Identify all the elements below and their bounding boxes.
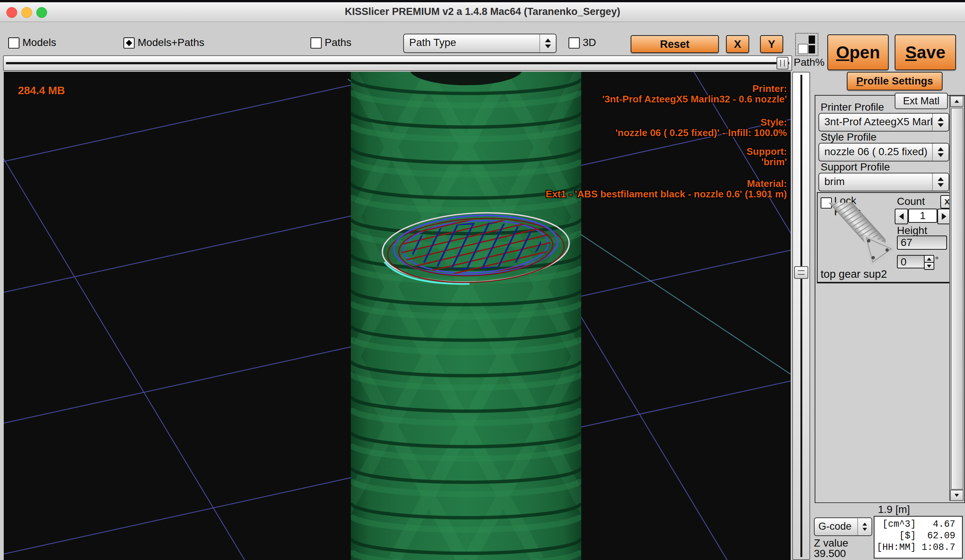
style-profile-stepper[interactable] (932, 144, 949, 161)
printer-profile-label: Printer Profile (821, 102, 884, 113)
models-label[interactable]: Models (23, 37, 56, 48)
path-percent-label: Path% (794, 57, 825, 68)
down-arrow-icon (862, 528, 867, 531)
stats-cost: [$] 62.09 (877, 530, 960, 542)
open-button-initial: O (836, 42, 849, 62)
x-axis-button[interactable]: X (726, 35, 749, 53)
3d-checkbox[interactable] (569, 38, 580, 49)
printer-profile-value: 3nt-Prof AzteegX5 Marli (819, 114, 932, 131)
down-arrow-icon (938, 123, 944, 127)
slider-track-line (6, 62, 789, 64)
path-type-select[interactable]: Path Type (403, 34, 556, 53)
print-stats-box: [cm^3] 4.67 [$] 62.09 [HH:MM] 1:08.7 (874, 516, 963, 558)
hud-style-value: 'nozzle 06 ( 0.25 fixed)' - Infill: 100.… (615, 127, 787, 139)
printer-profile-stepper[interactable] (932, 114, 949, 131)
profile-settings-rest: rofile Settings (863, 75, 933, 87)
zoom-window-icon[interactable] (36, 7, 47, 18)
path-type-stepper[interactable] (539, 34, 556, 52)
up-arrow-icon (938, 147, 944, 151)
style-profile-select[interactable]: nozzle 06 ( 0.25 fixed) (818, 143, 949, 162)
height-field[interactable]: 67 (897, 235, 947, 250)
3d-scene (4, 72, 791, 560)
hud-printer-label: Printer: (752, 83, 787, 95)
panel-scroll-thumb[interactable] (951, 108, 963, 490)
down-arrow-icon (545, 44, 551, 48)
filament-length-label: 1.9 [m] (857, 504, 931, 515)
path-percent-slider-handle[interactable] (777, 57, 788, 70)
path-percent-toggle[interactable] (795, 33, 818, 56)
y-axis-button[interactable]: Y (760, 35, 783, 53)
models-checkbox[interactable] (8, 38, 20, 49)
checked-mark-icon (126, 40, 132, 46)
support-profile-stepper[interactable] (932, 173, 949, 191)
path-percent-white-swatch (798, 44, 808, 54)
hud-material-value: Ext1 - 'ABS bestfilament black - nozzle … (546, 188, 787, 200)
up-arrow-icon (927, 258, 931, 261)
close-window-icon[interactable] (7, 7, 17, 18)
save-button-initial: S (905, 42, 917, 62)
open-button[interactable]: Open (828, 34, 889, 70)
gcode-select[interactable]: G-code (814, 518, 872, 536)
paths-label[interactable]: Paths (325, 37, 352, 48)
panel-scrollbar[interactable] (949, 96, 963, 501)
path-percent-slider[interactable] (3, 56, 792, 71)
up-arrow-icon (938, 177, 944, 181)
profile-settings-initial: P (856, 75, 863, 87)
angle-decrement-button[interactable] (924, 262, 934, 270)
path-type-value: Path Type (404, 34, 539, 52)
stats-volume: [cm^3] 4.67 (877, 519, 960, 530)
up-arrow-icon (862, 522, 867, 526)
gcode-stepper[interactable] (857, 518, 872, 536)
kisslicer-window: KISSlicer PREMIUM v2 a 1.4.8 Mac64 (Tara… (0, 0, 965, 560)
profile-settings-button[interactable]: Profile Settings (847, 72, 942, 90)
up-arrow-icon (955, 100, 959, 103)
down-arrow-icon (938, 183, 944, 187)
save-button-rest: ave (917, 42, 945, 62)
z-slider-handle[interactable] (794, 266, 808, 279)
rotation-angle-field[interactable]: 0 (897, 255, 925, 268)
count-decrement-button[interactable] (895, 209, 908, 224)
hud-support-value: 'brim' (761, 156, 787, 168)
memory-usage-label: 284.4 MB (18, 85, 65, 97)
angle-increment-button[interactable] (924, 255, 934, 263)
titlebar: KISSlicer PREMIUM v2 a 1.4.8 Mac64 (Tara… (0, 2, 965, 22)
minimize-window-icon[interactable] (21, 7, 32, 18)
z-slider[interactable] (792, 72, 810, 560)
down-arrow-icon (927, 264, 931, 268)
slider-grip-icon (798, 270, 805, 275)
3d-viewport[interactable]: 284.4 MB Printer: '3nt-Prof AzteegX5 Mar… (4, 72, 791, 560)
degree-symbol: ° (935, 254, 939, 265)
reset-button[interactable]: Reset (631, 35, 719, 53)
hud-printer-value: '3nt-Prof AzteegX5 Marlin32 - 0.6 nozzle… (602, 93, 787, 105)
gcode-value: G-code (815, 518, 857, 536)
down-arrow-icon (938, 153, 944, 157)
save-button[interactable]: Save (895, 34, 956, 70)
hud-support-label: Support: (747, 146, 787, 157)
support-profile-value: brim (819, 173, 932, 191)
hud-material-label: Material: (747, 178, 787, 189)
z-value: 39.500 (814, 548, 846, 559)
3d-label[interactable]: 3D (583, 37, 596, 48)
style-profile-value: nozzle 06 ( 0.25 fixed) (819, 144, 932, 161)
up-arrow-icon (545, 39, 551, 42)
support-profile-label: Support Profile (821, 162, 890, 173)
window-title: KISSlicer PREMIUM v2 a 1.4.8 Mac64 (Tara… (0, 2, 965, 21)
support-profile-select[interactable]: brim (818, 173, 949, 191)
style-profile-label: Style Profile (821, 132, 877, 143)
height-label: Height (897, 225, 927, 236)
scroll-down-button[interactable] (950, 490, 963, 501)
models-paths-label[interactable]: Models+Paths (137, 37, 204, 48)
z-value-label: Z value (814, 537, 848, 549)
slider-track-line (800, 75, 802, 557)
path-percent-black-swatch (809, 45, 815, 54)
ext-matl-button[interactable]: Ext Matl (895, 93, 948, 109)
scroll-up-button[interactable] (950, 96, 963, 107)
hud-style-label: Style: (761, 117, 787, 128)
count-increment-button[interactable] (937, 209, 951, 224)
stats-time: [HH:MM] 1:08.7 (877, 542, 960, 553)
models-paths-checkbox[interactable] (123, 38, 135, 49)
open-button-rest: pen (849, 42, 880, 62)
printer-profile-select[interactable]: 3nt-Prof AzteegX5 Marli (818, 113, 949, 132)
paths-checkbox[interactable] (311, 38, 322, 49)
count-value-field[interactable]: 1 (908, 209, 937, 223)
